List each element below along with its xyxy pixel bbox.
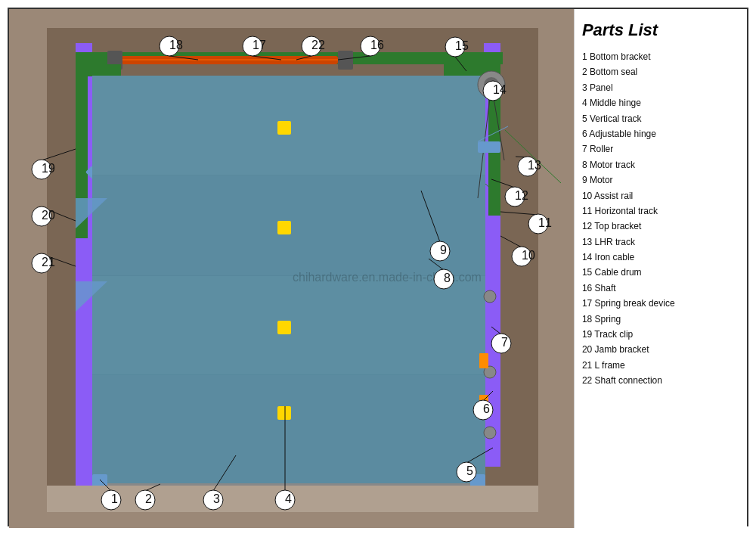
svg-text:2: 2 [145,492,152,505]
svg-rect-28 [277,221,291,234]
svg-text:6: 6 [483,402,490,415]
parts-list-item: 12 Top bracket [582,219,739,234]
svg-rect-27 [277,121,291,135]
parts-list-item: 10 Assist rail [582,188,739,203]
svg-rect-41 [478,141,500,153]
svg-text:21: 21 [42,256,55,269]
parts-list-item: 6 Adjustable hinge [582,126,739,141]
svg-text:12: 12 [515,189,528,202]
parts-list-item: 17 Spring break device [582,296,739,311]
svg-text:4: 4 [285,492,292,505]
svg-rect-30 [277,406,291,420]
main-container: chihardware.en.made-in-china.com 1 2 3 4 [8,8,748,526]
svg-text:22: 22 [311,39,325,51]
parts-list-item: 8 Motor track [582,157,739,172]
parts-list-item: 7 Roller [582,141,739,157]
svg-text:15: 15 [455,39,469,52]
svg-text:11: 11 [538,216,552,229]
parts-list-container: 1 Bottom bracket2 Bottom seal3 Panel4 Mi… [582,49,739,389]
parts-list-item: 20 Jamb bracket [582,342,739,357]
diagram-svg: chihardware.en.made-in-china.com 1 2 3 4 [9,9,574,528]
svg-rect-26 [92,375,485,486]
parts-list-item: 13 LHR track [582,234,739,250]
parts-list-item: 3 Panel [582,80,739,95]
svg-text:10: 10 [522,249,535,262]
parts-list-panel: Parts List 1 Bottom bracket2 Bottom seal… [574,9,747,528]
svg-rect-29 [277,321,291,334]
svg-text:13: 13 [528,159,541,172]
parts-list-item: 14 Iron cable [582,250,739,265]
parts-list-item: 4 Middle hinge [582,95,739,110]
svg-text:17: 17 [253,39,266,51]
svg-rect-11 [76,64,121,76]
svg-point-39 [484,427,496,439]
svg-text:14: 14 [493,83,507,96]
parts-list-item: 21 L frame [582,358,739,373]
parts-list-title: Parts List [582,20,739,40]
svg-rect-47 [479,353,488,368]
svg-text:8: 8 [444,272,451,284]
svg-text:19: 19 [42,162,55,175]
parts-list-item: 5 Vertical track [582,111,739,126]
parts-list-item: 9 Motor [582,172,739,188]
svg-text:18: 18 [169,39,183,51]
parts-list-item: 16 Shaft [582,281,739,296]
diagram-area: chihardware.en.made-in-china.com 1 2 3 4 [9,9,574,528]
svg-text:16: 16 [370,39,384,51]
parts-list-item: 11 Horizontal track [582,203,739,219]
svg-text:9: 9 [440,244,447,256]
svg-text:5: 5 [466,464,473,477]
svg-rect-9 [338,51,353,70]
parts-list-item: 19 Track clip [582,327,739,342]
parts-list-item: 18 Spring [582,312,739,327]
parts-list-item: 22 Shaft connection [582,373,739,388]
svg-point-37 [484,290,496,303]
svg-text:1: 1 [111,492,118,505]
parts-list-item: 15 Cable drum [582,265,739,280]
svg-text:3: 3 [213,492,220,505]
svg-text:7: 7 [501,336,508,349]
parts-list-item: 1 Bottom bracket [582,49,739,64]
svg-text:20: 20 [42,209,55,222]
parts-list-item: 2 Bottom seal [582,64,739,79]
